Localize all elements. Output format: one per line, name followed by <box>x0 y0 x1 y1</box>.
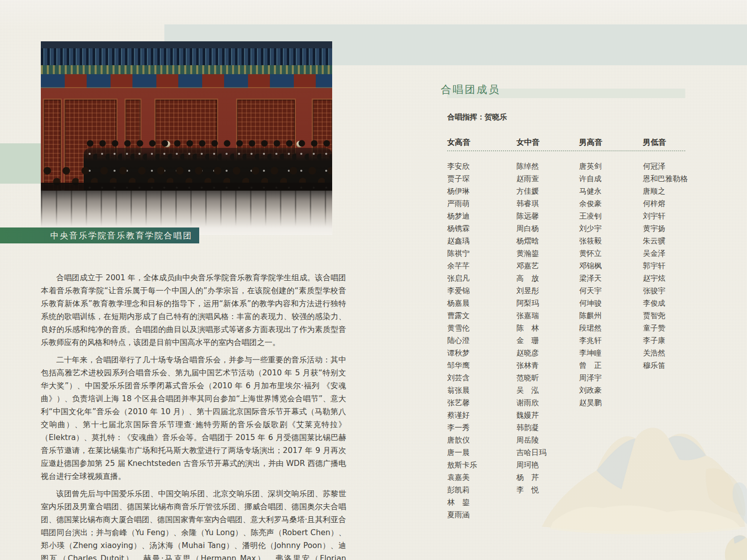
member-name: 赵鑫瑀 <box>447 235 512 247</box>
member-name: 刘芸含 <box>447 372 512 384</box>
voice-column-bass: 男低音 何冠泽恩和巴雅勒格唐顺之何梓熔刘宇轩黄宇扬朱云骥吴金泽郭宇轩赵宇炫张骏宇… <box>643 137 708 372</box>
photo-beam-decor <box>41 74 332 88</box>
intro-paragraph-3: 该团曾先后与中国爱乐乐团、中国交响乐团、北京交响乐团、深圳交响乐团、苏黎世室内乐… <box>41 487 346 560</box>
member-name: 郭宇轩 <box>643 260 708 272</box>
member-name: 夏雨涵 <box>447 509 512 521</box>
member-name: 周岳陵 <box>516 434 581 447</box>
member-name: 刘宇轩 <box>643 210 708 223</box>
member-name: 刘少宇 <box>579 223 644 235</box>
member-name: 严雨萌 <box>447 198 512 210</box>
column-header: 男低音 <box>643 137 708 160</box>
member-name: 陈麒州 <box>579 310 644 322</box>
member-name: 何天宇 <box>579 285 644 297</box>
members-section: 合唱团成员 合唱指挥：贺晓乐 女高音 李安欣贾子琛杨伊琳严雨萌杨梦迪杨镌霖赵鑫瑀… <box>441 83 686 97</box>
member-name: 赵雨萱 <box>516 173 581 185</box>
member-name: 何冠泽 <box>643 160 708 173</box>
member-name: 曹露文 <box>447 310 512 322</box>
voice-column-alto: 女中音 陈绰然赵雨萱方佳媛韩睿琪陈远馨周白杨杨熠晗黄瀚鋆邓嘉艺高 放刘昱彤阿梨玛… <box>516 137 581 496</box>
member-name: 彭凯莉 <box>447 484 512 496</box>
member-name: 魏嫚芹 <box>516 409 581 422</box>
member-name: 蔡谨好 <box>447 409 512 422</box>
member-name: 杨熠晗 <box>516 235 581 247</box>
column-header: 女高音 <box>447 137 512 160</box>
member-name: 袁嘉美 <box>447 471 512 484</box>
member-name: 赵昊鹏 <box>579 397 644 409</box>
member-name: 敖斯卡乐 <box>447 459 512 471</box>
member-name: 赵晓彦 <box>516 347 581 359</box>
intro-paragraph-1: 合唱团成立于 2001 年，全体成员由中央音乐学院音乐教育学院学生组成。该合唱团… <box>41 271 346 349</box>
member-name: 杨伊琳 <box>447 185 512 198</box>
member-name: 邓锦枫 <box>579 260 644 272</box>
column-header: 男高音 <box>579 137 644 160</box>
name-list: 唐英剑许自成马健永余俊豪王凌钊刘少宇张筱毅黄怀立邓锦枫梁泽天何天宇何坤骏陈麒州段… <box>579 160 644 409</box>
member-name: 范晓昕 <box>516 372 581 384</box>
decor-left-strip <box>0 143 41 184</box>
member-name: 陈绰然 <box>516 160 581 173</box>
member-name: 余芊芊 <box>447 260 512 272</box>
corner-rock-illustration <box>719 526 747 560</box>
member-name: 童子赞 <box>643 322 708 335</box>
member-name: 谢雨欣 <box>516 397 581 409</box>
member-name: 吴 泓 <box>516 384 581 397</box>
member-name: 陆心澄 <box>447 335 512 347</box>
member-name: 陈祺宁 <box>447 247 512 260</box>
member-name: 刘政豪 <box>579 384 644 397</box>
member-name: 韩睿琪 <box>516 198 581 210</box>
member-name: 张艺馨 <box>447 397 512 409</box>
member-name: 张筱毅 <box>579 235 644 247</box>
member-name: 李一秀 <box>447 422 512 434</box>
name-list: 陈绰然赵雨萱方佳媛韩睿琪陈远馨周白杨杨熠晗黄瀚鋆邓嘉艺高 放刘昱彤阿梨玛张嘉瑞陈… <box>516 160 581 496</box>
member-name: 黄怀立 <box>579 247 644 260</box>
member-name: 周泽宇 <box>579 372 644 384</box>
photo-eaves-decor <box>41 48 332 65</box>
member-name: 陈 林 <box>516 322 581 335</box>
member-name: 吴金泽 <box>643 247 708 260</box>
photo-caption: 中央音乐学院音乐教育学院合唱团 <box>50 230 192 240</box>
member-name: 邓嘉艺 <box>516 260 581 272</box>
voice-column-soprano: 女高音 李安欣贾子琛杨伊琳严雨萌杨梦迪杨镌霖赵鑫瑀陈祺宁余芊芊张启凡李爱锦杨嘉晨… <box>447 137 512 521</box>
member-name: 陈远馨 <box>516 210 581 223</box>
choir-photo <box>41 41 332 235</box>
member-name: 唐顺之 <box>643 185 708 198</box>
member-name: 恩和巴雅勒格 <box>643 173 708 185</box>
member-name: 杨 芹 <box>516 471 581 484</box>
member-name: 张嘉瑞 <box>516 310 581 322</box>
member-name: 何坤骏 <box>579 297 644 310</box>
member-name: 李 悦 <box>516 484 581 496</box>
member-name: 张骏宇 <box>643 285 708 297</box>
member-name: 翁张晨 <box>447 384 512 397</box>
member-name: 谭秋梦 <box>447 347 512 359</box>
member-name: 邹华鹰 <box>447 359 512 372</box>
member-name: 阿梨玛 <box>516 297 581 310</box>
member-name: 张启凡 <box>447 272 512 285</box>
member-name: 金 珊 <box>516 335 581 347</box>
member-name: 王凌钊 <box>579 210 644 223</box>
member-name: 李坤瞳 <box>579 347 644 359</box>
member-name: 余俊豪 <box>579 198 644 210</box>
member-name: 杨梦迪 <box>447 210 512 223</box>
member-name: 黄雪伦 <box>447 322 512 335</box>
member-name: 林 鋆 <box>447 496 512 509</box>
member-name: 何梓熔 <box>643 198 708 210</box>
intro-text: 合唱团成立于 2001 年，全体成员由中央音乐学院音乐教育学院学生组成。该合唱团… <box>41 271 346 560</box>
member-name: 赵宇炫 <box>643 272 708 285</box>
voice-column-tenor: 男高音 唐英剑许自成马健永余俊豪王凌钊刘少宇张筱毅黄怀立邓锦枫梁泽天何天宇何坤骏… <box>579 137 644 409</box>
column-header: 女中音 <box>516 137 581 160</box>
member-name: 杨嘉晨 <box>447 297 512 310</box>
member-name: 穆乐笛 <box>643 359 708 372</box>
member-name: 唐一晨 <box>447 447 512 459</box>
name-list: 何冠泽恩和巴雅勒格唐顺之何梓熔刘宇轩黄宇扬朱云骥吴金泽郭宇轩赵宇炫张骏宇李俊成贾… <box>643 160 708 372</box>
member-name: 黄宇扬 <box>643 223 708 235</box>
member-name: 周白杨 <box>516 223 581 235</box>
member-name: 刘昱彤 <box>516 285 581 297</box>
member-name: 唐歆仪 <box>447 434 512 447</box>
brochure-page: 中央音乐学院音乐教育学院合唱团 合唱团成立于 2001 年，全体成员由中央音乐学… <box>0 0 747 560</box>
photo-roof-decor <box>41 41 332 48</box>
member-name: 高 放 <box>516 272 581 285</box>
section-title: 合唱团成员 <box>441 83 686 97</box>
conductor-line: 合唱指挥：贺晓乐 <box>447 112 507 122</box>
member-name: 关浩然 <box>643 347 708 359</box>
member-name: 李俊成 <box>643 297 708 310</box>
member-name: 马健永 <box>579 185 644 198</box>
member-name: 杨镌霖 <box>447 223 512 235</box>
